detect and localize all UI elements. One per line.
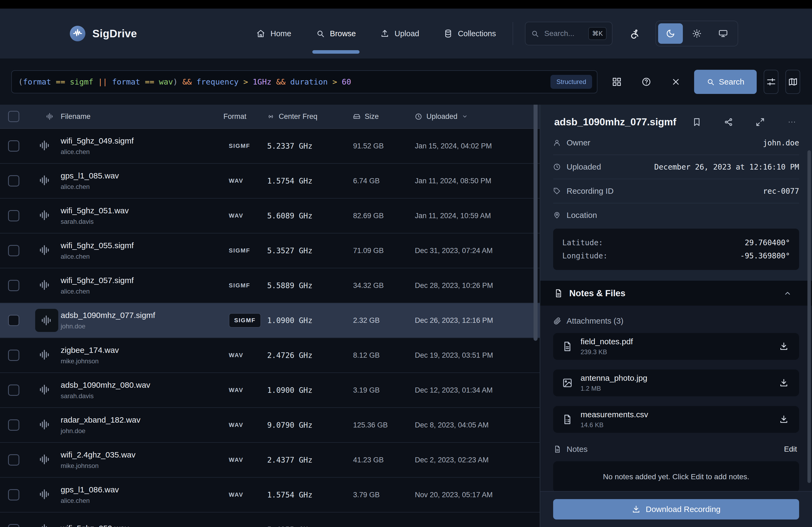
theme-system-monitor-icon[interactable] (711, 23, 736, 44)
row-checkbox[interactable] (8, 454, 19, 466)
table-row[interactable]: wifi_5ghz_049.sigmfalice.chenSIGMF5.2337… (0, 129, 540, 164)
share-icon[interactable] (722, 117, 735, 127)
column-header-format[interactable]: Format (220, 112, 267, 121)
query-input[interactable]: (format == sigmf || format == wav) && fr… (11, 70, 597, 93)
filters-icon[interactable] (764, 70, 779, 94)
attachment-name: field_notes.pdf (581, 337, 778, 346)
file-text-icon (562, 341, 572, 351)
search-icon (316, 29, 325, 38)
row-checkbox[interactable] (8, 419, 19, 431)
row-uploaded: Dec 8, 2023, 04:05 AM (415, 421, 540, 429)
row-center-freq: 5.2337 GHz (267, 142, 353, 151)
map-view-icon[interactable] (785, 70, 800, 94)
bookmark-icon[interactable] (691, 117, 703, 127)
database-icon (444, 29, 452, 38)
waveform-icon (39, 488, 51, 500)
row-filename: wifi_5ghz_051.wav (61, 206, 220, 215)
table-row[interactable]: adsb_1090mhz_077.sigmfjohn.doeSIGMF1.090… (0, 303, 540, 338)
row-checkbox[interactable] (8, 175, 19, 186)
select-all-checkbox[interactable] (8, 111, 19, 122)
row-size: 91.52 GB (353, 142, 415, 150)
download-attachment-icon[interactable] (778, 378, 790, 388)
row-uploaded: Dec 31, 2023, 07:24 AM (415, 246, 540, 255)
download-attachment-icon[interactable] (778, 415, 790, 424)
waveform-icon (39, 244, 51, 256)
nav-item-browse[interactable]: Browse (312, 9, 360, 59)
theme-light-sun-icon[interactable] (684, 23, 709, 44)
theme-dark-moon-icon[interactable] (658, 23, 683, 44)
upload-icon (380, 29, 389, 38)
clock-icon (553, 163, 561, 171)
nav-item-upload[interactable]: Upload (377, 9, 423, 59)
notes-files-section-header[interactable]: Notes & Files (540, 281, 812, 306)
table-row[interactable]: radar_xband_182.wavjohn.doeWAV9.0790 GHz… (0, 408, 540, 443)
grid-view-icon[interactable] (610, 77, 623, 87)
global-search-input[interactable] (544, 29, 583, 38)
column-header-size[interactable]: Size (353, 112, 415, 121)
waveform-icon (39, 349, 51, 361)
waveform-column-icon (39, 112, 61, 120)
latitude-line: Latitude: 29.760400° (562, 236, 790, 249)
longitude-label: Longitude: (562, 252, 608, 260)
row-checkbox[interactable] (8, 524, 19, 527)
row-checkbox[interactable] (8, 385, 19, 396)
row-filename: adsb_1090mhz_077.sigmf (61, 311, 220, 320)
recordings-table: Filename Format Center Freq Size Uploade… (0, 105, 540, 527)
table-row[interactable]: wifi_2.4ghz_035.wavmike.johnsonWAV2.4377… (0, 443, 540, 478)
edit-notes-button[interactable]: Edit (782, 445, 799, 454)
row-checkbox[interactable] (8, 280, 19, 291)
table-row[interactable]: gps_l1_085.wavalice.chenWAV1.5754 GHz6.7… (0, 164, 540, 199)
row-checkbox[interactable] (8, 210, 19, 221)
waveform-icon (39, 175, 51, 186)
nav-item-collections[interactable]: Collections (440, 9, 500, 59)
accessibility-icon[interactable] (627, 28, 641, 39)
row-file: gps_l1_086.wavalice.chen (61, 485, 220, 505)
latitude-label: Latitude: (562, 238, 603, 247)
help-icon[interactable] (640, 77, 653, 87)
table-row[interactable]: wifi_5ghz_059.wavWAV5.4155 GHz (0, 512, 540, 527)
file-text-icon (554, 289, 563, 298)
column-header-filename[interactable]: Filename (61, 112, 220, 121)
row-checkbox[interactable] (8, 245, 19, 256)
download-attachment-icon[interactable] (778, 342, 790, 351)
waveform-icon (39, 279, 51, 291)
download-recording-button[interactable]: Download Recording (553, 499, 799, 520)
query-bar: (format == sigmf || format == wav) && fr… (0, 59, 812, 106)
table-row[interactable]: wifi_5ghz_051.wavsarah.davisWAV5.6089 GH… (0, 199, 540, 234)
waveform-icon (39, 209, 51, 221)
clear-query-icon[interactable] (669, 77, 682, 87)
expand-icon[interactable] (754, 117, 766, 127)
global-search[interactable]: ⌘K (525, 22, 612, 45)
broadcast-icon (267, 113, 274, 120)
attachment-card[interactable]: field_notes.pdf239.3 KB (553, 333, 799, 360)
nav-item-home[interactable]: Home (253, 9, 295, 59)
panel-scrollbar-thumb[interactable] (808, 150, 811, 483)
brand[interactable]: SigDrive (70, 26, 137, 41)
row-filename: wifi_5ghz_049.sigmf (61, 136, 220, 146)
table-scrollbar-thumb[interactable] (534, 105, 538, 341)
table-row[interactable]: zigbee_174.wavmike.johnsonWAV2.4726 GHz8… (0, 338, 540, 373)
table-row[interactable]: wifi_5ghz_057.sigmfalice.chenSIGMF5.5889… (0, 268, 540, 303)
query-icon-buttons (610, 77, 682, 87)
header-divider (512, 22, 513, 45)
search-shortcut-kbd: ⌘K (588, 27, 607, 40)
search-button[interactable]: Search (694, 70, 757, 94)
row-file: adsb_1090mhz_077.sigmfjohn.doe (61, 311, 220, 330)
table-header-row: Filename Format Center Freq Size Uploade… (0, 105, 540, 129)
attachment-card[interactable]: antenna_photo.jpg1.2 MB (553, 370, 799, 396)
image-icon (562, 378, 572, 388)
column-header-uploaded[interactable]: Uploaded (415, 112, 540, 121)
row-checkbox[interactable] (8, 350, 19, 361)
column-header-center-freq[interactable]: Center Freq (267, 112, 353, 121)
table-row[interactable]: adsb_1090mhz_080.wavsarah.davisWAV1.0900… (0, 373, 540, 408)
row-checkbox[interactable] (8, 140, 19, 152)
more-options-icon[interactable] (786, 117, 798, 127)
table-row[interactable]: wifi_5ghz_055.sigmfalice.chenSIGMF5.3527… (0, 234, 540, 268)
notes-label: Notes (567, 445, 588, 454)
app-title: SigDrive (92, 28, 137, 40)
attachment-card[interactable]: measurements.csv14.6 KB (553, 406, 799, 433)
row-filename: gps_l1_086.wav (61, 485, 220, 494)
row-checkbox[interactable] (8, 315, 19, 326)
row-checkbox[interactable] (8, 489, 19, 500)
table-row[interactable]: gps_l1_086.wavalice.chenWAV1.5754 GHz3.7… (0, 478, 540, 512)
